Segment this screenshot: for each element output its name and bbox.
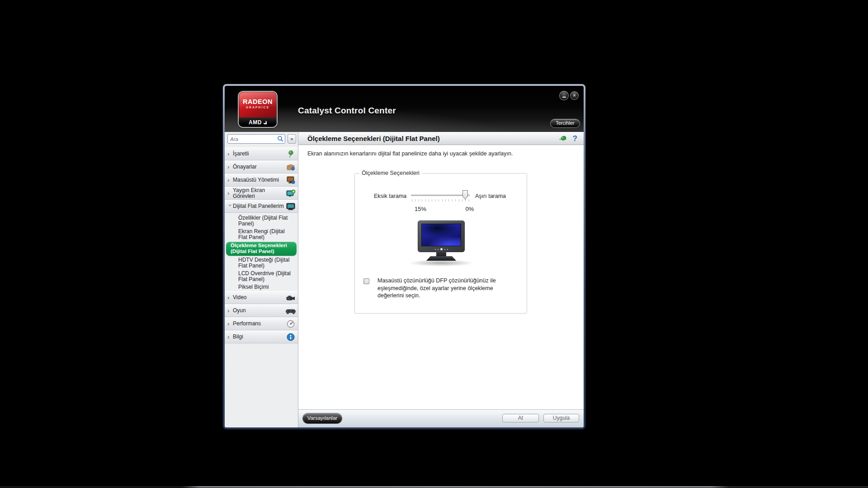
monitor-screen bbox=[421, 224, 461, 246]
chevron-right-icon: › bbox=[227, 191, 233, 196]
use-scaling-checkbox[interactable] bbox=[363, 278, 369, 284]
help-icon[interactable]: ? bbox=[573, 135, 577, 142]
groupbox-legend: Ölçekleme Seçenekleri bbox=[359, 170, 422, 176]
video-camera-icon bbox=[285, 293, 296, 302]
app-title: Catalyst Control Center bbox=[298, 106, 396, 116]
monitor-buttons bbox=[418, 248, 464, 250]
logo-graphics-text: GRAPHICS bbox=[239, 106, 277, 109]
close-icon: × bbox=[573, 94, 576, 98]
chevron-right-icon: › bbox=[227, 334, 233, 340]
desktop-management-icon bbox=[285, 176, 296, 185]
info-icon bbox=[285, 333, 296, 342]
defaults-button[interactable]: Varsayılanlar bbox=[303, 413, 342, 423]
sidebar-item-lcd-overdrive[interactable]: LCD Overdrive (Dijital Flat Panel) bbox=[225, 270, 298, 283]
gauge-icon bbox=[285, 319, 296, 328]
search-icon bbox=[277, 136, 283, 142]
monitor-base bbox=[426, 256, 456, 261]
chevron-down-icon: › bbox=[227, 204, 233, 210]
sidebar-item-bilgi[interactable]: › Bilgi bbox=[225, 330, 298, 343]
chevron-right-icon: › bbox=[227, 321, 233, 327]
close-button[interactable]: × bbox=[571, 92, 578, 99]
scaling-options-groupbox: Ölçekleme Seçenekleri Eksik tarama Aşırı… bbox=[354, 173, 527, 314]
chevron-right-icon: › bbox=[227, 164, 233, 170]
apply-button[interactable]: Uygula bbox=[543, 414, 579, 422]
sidebar-item-isaretli[interactable]: › İşaretli bbox=[225, 147, 298, 160]
radeon-graphics-logo: RADEON GRAPHICS AMD bbox=[239, 92, 277, 127]
minimize-button[interactable] bbox=[560, 91, 568, 100]
overscan-label: Aşırı tarama bbox=[475, 193, 506, 199]
monitor-preview-image bbox=[407, 221, 475, 267]
logo-radeon-text: RADEON bbox=[239, 98, 277, 105]
monitor-stand bbox=[436, 252, 446, 257]
chevron-right-icon: › bbox=[227, 308, 233, 314]
pin-page-icon[interactable] bbox=[558, 135, 567, 142]
sidebar-item-onayarlar[interactable]: › Önayarlar bbox=[225, 160, 298, 174]
chevron-right-icon: › bbox=[227, 295, 233, 300]
sidebar-item-yaygin-ekran-gorevleri[interactable]: › Yaygın Ekran Görevleri bbox=[225, 187, 298, 200]
sidebar-item-olcekleme-secenekleri-selected[interactable]: Ölçekleme Seçenekleri (Dijital Flat Pane… bbox=[226, 242, 297, 256]
chevron-right-icon: › bbox=[227, 151, 233, 157]
gamepad-icon bbox=[285, 306, 296, 315]
page-description: Ekran alanınızın kenarlarını dijital fla… bbox=[307, 150, 513, 157]
content-body: Ekran alanınızın kenarlarını dijital fla… bbox=[298, 145, 584, 409]
sidebar-tree: › İşaretli › Önayarlar bbox=[225, 147, 298, 343]
amd-logo-text: AMD bbox=[249, 119, 262, 126]
display-tasks-icon bbox=[285, 189, 296, 198]
sidebar-item-hdtv-destegi[interactable]: HDTV Desteği (Dijital Flat Panel) bbox=[225, 256, 298, 270]
minimize-icon bbox=[562, 97, 566, 98]
search-input[interactable] bbox=[227, 134, 285, 144]
preferences-button[interactable]: Tercihler bbox=[551, 119, 580, 127]
content-panel: Ölçekleme Seçenekleri (Dijital Flat Pane… bbox=[298, 132, 584, 427]
catalyst-control-center-window: RADEON GRAPHICS AMD Catalyst Control Cen… bbox=[223, 84, 585, 429]
sidebar-item-ozellikler[interactable]: Özellikler (Dijital Flat Panel) bbox=[225, 213, 298, 228]
presets-icon bbox=[285, 163, 296, 172]
chevron-right-icon: › bbox=[227, 178, 233, 183]
content-header: Ölçekleme Seçenekleri (Dijital Flat Pane… bbox=[298, 132, 584, 145]
sidebar-item-oyun[interactable]: › Oyun bbox=[225, 304, 298, 317]
sidebar-item-dijital-flat-panellerim[interactable]: › Dijital Flat Panellerim bbox=[225, 200, 298, 213]
amd-arrow-icon bbox=[263, 121, 267, 124]
slider-tick-marks bbox=[412, 199, 470, 202]
sidebar-item-video[interactable]: › Video bbox=[225, 291, 298, 304]
scaling-slider-track[interactable] bbox=[411, 195, 470, 196]
sidebar-item-masaustu-yonetimi[interactable]: › Masaüstü Yönetimi bbox=[225, 174, 298, 187]
underscan-label: Eksik tarama bbox=[374, 193, 406, 199]
scaling-slider-thumb[interactable] bbox=[462, 190, 468, 200]
sidebar-item-performans[interactable]: › Performans bbox=[225, 317, 298, 330]
page-title: Ölçekleme Seçenekleri (Dijital Flat Pane… bbox=[307, 135, 558, 142]
discard-button[interactable]: At bbox=[502, 414, 539, 422]
sidebar-collapse-button[interactable]: « bbox=[288, 134, 296, 144]
underscan-value: 15% bbox=[413, 206, 428, 212]
footer-bar: Varsayılanlar At Uygula bbox=[298, 409, 584, 427]
monitor-bezel bbox=[418, 221, 465, 252]
screen-bottom-edge bbox=[0, 486, 868, 488]
use-scaling-checkbox-label: Masaüstü çözünürlüğü DFP çözünürlüğünüz … bbox=[377, 277, 510, 300]
sidebar-item-ekran-rengi[interactable]: Ekran Rengi (Dijital Flat Panel) bbox=[225, 228, 298, 241]
overscan-value: 0% bbox=[463, 206, 476, 212]
flat-panel-icon bbox=[285, 202, 296, 211]
sidebar: « › İşaretli bbox=[225, 132, 298, 427]
sidebar-item-piksel-bicimi[interactable]: Piksel Biçimi bbox=[225, 283, 298, 291]
title-bar: RADEON GRAPHICS AMD Catalyst Control Cen… bbox=[225, 86, 584, 132]
pushpin-icon bbox=[285, 150, 296, 159]
